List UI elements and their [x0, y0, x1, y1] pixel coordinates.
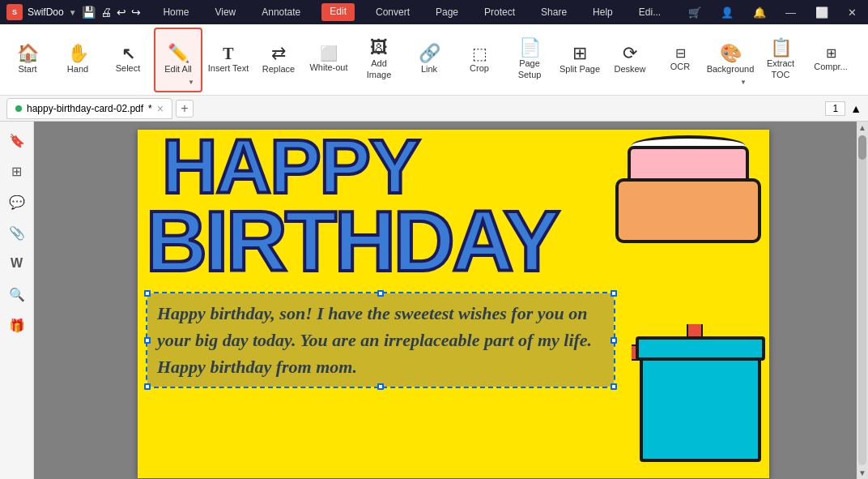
sidebar-word-icon[interactable]: W: [5, 251, 29, 276]
sidebar-search-icon[interactable]: 🔍: [5, 282, 29, 306]
page-setup-button[interactable]: 📄 Page Setup: [505, 28, 554, 92]
scroll-thumb[interactable]: [858, 135, 866, 160]
scroll-up-arrow[interactable]: ▲: [857, 122, 868, 134]
compress-icon: ⊞: [826, 47, 836, 60]
scroll-down-arrow[interactable]: ▼: [857, 467, 868, 479]
hand-icon: ✋: [67, 45, 89, 62]
resize-handle-top-right[interactable]: [611, 290, 617, 297]
toolbar: 🏠 Start ✋ Hand ↖ Select ✏️ Edit All ▼ T …: [0, 24, 868, 96]
add-image-icon: 🖼: [370, 39, 388, 57]
selected-text-box[interactable]: Happy birthday, son! I have the sweetest…: [146, 292, 615, 388]
vertical-scrollbar: ▲ ▼: [857, 122, 868, 479]
replace-button[interactable]: ⇄ Replace: [254, 28, 303, 92]
resize-handle-top-left[interactable]: [144, 290, 151, 297]
crop-label: Crop: [470, 63, 489, 74]
menu-page[interactable]: Page: [431, 3, 463, 21]
document-tab[interactable]: happy-birthday-card-02.pdf * ×: [6, 98, 172, 119]
select-button[interactable]: ↖ Select: [104, 28, 152, 92]
gift-box-body: [640, 349, 761, 462]
menu-convert[interactable]: Convert: [371, 3, 415, 21]
extract-toc-icon: 📋: [770, 39, 792, 57]
ocr-icon: ⊟: [675, 47, 686, 60]
extract-toc-button[interactable]: 📋 Extract TOC: [756, 28, 805, 92]
start-icon: 🏠: [17, 45, 39, 62]
sidebar-attachments-icon[interactable]: 📎: [5, 220, 29, 245]
background-button[interactable]: 🎨 Background ▼: [706, 28, 755, 92]
whiteout-label: White-out: [309, 62, 347, 73]
resize-handle-bottom-mid[interactable]: [377, 383, 384, 390]
main-area: 🔖 ⊞ 💬 📎 W 🔍 🎁 HAPPY BIRTHDAY: [0, 122, 868, 479]
print-icon[interactable]: 🖨: [100, 6, 112, 19]
titlebar-left: S SwifDoo ▼ 💾 🖨 ↩ ↪: [6, 4, 141, 20]
resize-handle-mid-right[interactable]: [611, 337, 617, 344]
whiteout-button[interactable]: ⬜ White-out: [304, 28, 353, 92]
background-label: Background: [707, 64, 755, 75]
insert-text-button[interactable]: T Insert Text: [204, 28, 253, 92]
notification-icon[interactable]: 🔔: [748, 5, 771, 20]
tab-filename: happy-birthday-card-02.pdf: [27, 103, 143, 114]
link-icon: 🔗: [419, 45, 440, 62]
split-page-label: Split Page: [560, 64, 600, 75]
cart-icon[interactable]: 🛒: [683, 5, 706, 20]
link-button[interactable]: 🔗 Link: [405, 28, 453, 92]
cake-base-layer: [615, 178, 761, 243]
sidebar-gift-icon[interactable]: 🎁: [5, 313, 29, 337]
menu-protect[interactable]: Protect: [479, 3, 520, 21]
deskew-button[interactable]: ⟳ Deskew: [606, 28, 654, 92]
hand-button[interactable]: ✋ Hand: [53, 28, 102, 92]
menu-help[interactable]: Help: [588, 3, 618, 21]
edit-all-label: Edit All: [164, 64, 192, 75]
dropdown-icon[interactable]: ▼: [69, 8, 77, 17]
crop-button[interactable]: ⬚ Crop: [455, 28, 504, 92]
whiteout-icon: ⬜: [320, 46, 338, 61]
select-icon: ↖: [121, 45, 135, 62]
sidebar-bookmark-icon[interactable]: 🔖: [5, 128, 29, 152]
tab-close-button[interactable]: ×: [157, 102, 164, 115]
resize-handle-mid-left[interactable]: [144, 337, 151, 344]
app-name: SwifDoo: [28, 6, 64, 18]
resize-handle-bottom-left[interactable]: [144, 383, 151, 390]
maximize-button[interactable]: ⬜: [811, 5, 833, 20]
left-sidebar: 🔖 ⊞ 💬 📎 W 🔍 🎁: [0, 122, 34, 479]
resize-handle-top-mid[interactable]: [377, 290, 384, 297]
scroll-track[interactable]: [858, 135, 866, 465]
add-image-button[interactable]: 🖼 Add Image: [355, 28, 403, 92]
crop-icon: ⬚: [472, 45, 487, 62]
sidebar-pages-icon[interactable]: ⊞: [5, 159, 29, 183]
menu-share[interactable]: Share: [536, 3, 572, 21]
tab-modified-marker: *: [148, 103, 152, 114]
new-tab-button[interactable]: +: [176, 100, 194, 118]
undo-icon[interactable]: ↩: [117, 6, 126, 19]
pdf-page: HAPPY BIRTHDAY: [138, 130, 769, 478]
split-page-button[interactable]: ⊞ Split Page: [555, 28, 604, 92]
birthday-text: BIRTHDAY: [146, 201, 558, 282]
compress-button[interactable]: ⊞ Compr...: [806, 28, 855, 92]
page-setup-label: Page Setup: [508, 58, 551, 79]
user-icon[interactable]: 👤: [716, 5, 738, 20]
happy-text: HAPPY: [162, 130, 419, 203]
start-button[interactable]: 🏠 Start: [3, 28, 52, 92]
menu-edit[interactable]: Edit: [321, 3, 355, 21]
gift-box-lid: [636, 336, 765, 361]
minimize-button[interactable]: —: [781, 5, 801, 20]
redo-icon[interactable]: ↪: [131, 6, 141, 19]
menu-edi[interactable]: Edi...: [634, 3, 666, 21]
extract-toc-label: Extract TOC: [760, 58, 802, 79]
menu-home[interactable]: Home: [158, 3, 194, 21]
split-page-icon: ⊞: [572, 45, 587, 62]
menu-annotate[interactable]: Annotate: [257, 3, 305, 21]
resize-handle-bottom-right[interactable]: [611, 383, 617, 390]
scroll-up-button[interactable]: ▲: [850, 102, 862, 115]
menu-view[interactable]: View: [210, 3, 240, 21]
select-label: Select: [116, 63, 141, 74]
cake-illustration: [591, 130, 769, 243]
deskew-icon: ⟳: [623, 45, 637, 62]
text-box-content[interactable]: Happy birthday, son! I have the sweetest…: [147, 293, 614, 387]
ocr-button[interactable]: ⊟ OCR: [656, 28, 704, 92]
menu-bar: Home View Annotate Edit Convert Page Pro…: [158, 3, 666, 21]
edit-all-button[interactable]: ✏️ Edit All ▼: [154, 28, 202, 92]
close-button[interactable]: ✕: [843, 5, 862, 20]
tab-right-controls: 1 ▲: [825, 101, 862, 116]
save-icon[interactable]: 💾: [82, 6, 96, 19]
sidebar-comments-icon[interactable]: 💬: [5, 190, 29, 214]
